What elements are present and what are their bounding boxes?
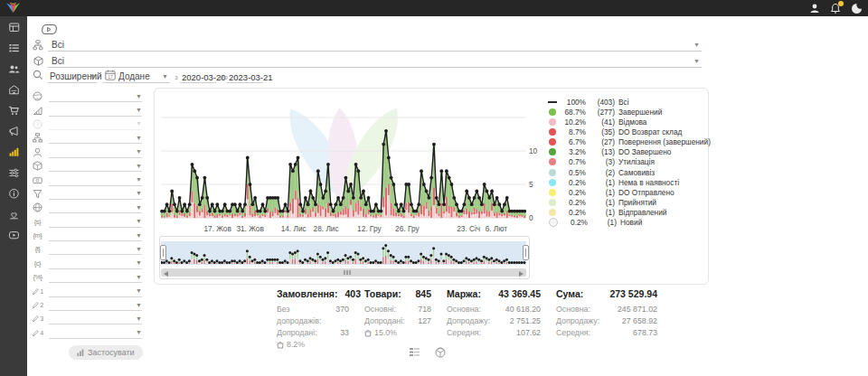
scroll-right-arrow[interactable] xyxy=(519,271,524,277)
filter-dropdown[interactable]: ▼ xyxy=(49,286,142,297)
legend-item[interactable]: 8.7%(35)DO Возврат склад xyxy=(549,127,704,136)
y-tick-label: 5 xyxy=(529,180,545,189)
filter-row-10[interactable]: {s}▼ xyxy=(27,215,145,229)
filter-row-3[interactable]: ?▼ xyxy=(27,118,145,131)
legend-item[interactable]: 0.2%(1)Новий xyxy=(549,218,704,228)
legend-item[interactable]: 68.7%(277)Завершений xyxy=(549,107,704,117)
filter-row-12[interactable]: {t}▼ xyxy=(27,242,145,256)
legend-item[interactable]: 0.2%(1)DO Отправлено xyxy=(549,187,704,197)
filter-dropdown[interactable]: ▼ xyxy=(49,160,142,172)
filter-dropdown[interactable]: ▼ xyxy=(49,243,142,255)
x-tick-label: 31. Жов xyxy=(236,224,263,233)
product-box-icon xyxy=(33,161,42,171)
overview-scrollbar[interactable] xyxy=(161,268,526,277)
filter-row-5[interactable]: ▼ xyxy=(27,146,145,159)
video-filter-icon[interactable] xyxy=(40,23,58,36)
sidebar-item-marketing-megaphone[interactable] xyxy=(0,120,27,141)
legend-count: (41) xyxy=(586,118,615,127)
filter-dropdown[interactable]: ▼ xyxy=(49,90,142,102)
bag-icon xyxy=(277,341,284,349)
summary-detail-row: Без допродажів:370 xyxy=(277,304,349,327)
filter-row-1[interactable]: ▼ xyxy=(27,89,145,103)
sidebar-item-store[interactable] xyxy=(0,79,27,99)
filter-dropdown[interactable]: ▼ xyxy=(49,299,142,311)
upsell-share-value: 8.2% xyxy=(287,339,305,351)
sidebar-item-customers[interactable] xyxy=(0,58,27,79)
filter-row-8[interactable]: ▼ xyxy=(27,187,145,201)
table-view-icon[interactable] xyxy=(409,347,420,357)
legend-item[interactable]: 10.2%(41)Відмова xyxy=(549,117,704,127)
filter-dropdown[interactable]: ▼ xyxy=(49,118,142,130)
scrollbar-grip[interactable] xyxy=(344,270,351,275)
filter-dropdown[interactable]: ▼ xyxy=(49,327,142,339)
filter-row-16[interactable]: 2▼ xyxy=(27,298,145,312)
x-tick-label: 12. Гру xyxy=(357,224,382,233)
sidebar-item-statistics-bars[interactable] xyxy=(0,141,27,162)
legend-percent: 10.2% xyxy=(556,118,586,127)
legend-item[interactable]: 6.7%(27)Повернення (завершений) xyxy=(549,137,704,147)
filter-row-4[interactable]: ▼ xyxy=(27,131,145,145)
legend-item[interactable]: 3.2%(13)DO Завершено xyxy=(549,147,704,157)
filter-dropdown[interactable]: ▼ xyxy=(49,174,142,186)
filter-row-11[interactable]: {m}▼ xyxy=(27,229,145,242)
filter-row-14[interactable]: {%}▼ xyxy=(27,270,145,284)
filter-row-6[interactable]: ▼ xyxy=(27,159,145,173)
filter-row-18[interactable]: 4▼ xyxy=(27,326,145,340)
filter-dropdown[interactable]: ▼ xyxy=(49,230,142,241)
filter-dropdown[interactable]: ▼ xyxy=(49,271,142,283)
legend-item[interactable]: 0.2%(1)Прийнятий xyxy=(549,197,704,207)
funnel-icon xyxy=(33,189,42,199)
sidebar-item-dashboard[interactable] xyxy=(0,16,27,37)
chevron-down-icon[interactable]: ▼ xyxy=(693,42,700,48)
sidebar-item-info[interactable] xyxy=(0,183,27,203)
search-mode-field[interactable] xyxy=(48,70,97,83)
legend-item[interactable]: 0.2%(1)Відправлений xyxy=(549,208,704,218)
filter-dropdown[interactable]: ▼ xyxy=(49,313,142,324)
chevron-down-icon: ▼ xyxy=(136,163,142,169)
filter-dropdown[interactable]: ▼ xyxy=(49,202,142,213)
sidebar-item-orders-list[interactable] xyxy=(0,37,27,58)
filter-row-17[interactable]: 3▼ xyxy=(27,312,145,325)
brush-handle-right[interactable] xyxy=(523,245,529,260)
orders-timeseries-chart[interactable] xyxy=(159,91,528,225)
filter-dropdown[interactable]: ▼ xyxy=(49,188,142,200)
sidebar-item-loyalty-heart[interactable] xyxy=(0,203,27,224)
filter-dropdown[interactable]: ▼ xyxy=(49,132,142,144)
filter-row-15[interactable]: 1▼ xyxy=(27,284,145,297)
filter-row-2[interactable]: ▼ xyxy=(27,103,145,117)
legend-item[interactable]: 100%(403)Всі xyxy=(549,97,704,107)
filter-row-13[interactable]: {c}▼ xyxy=(27,257,145,270)
filter-dropdown[interactable]: ▼ xyxy=(49,146,142,158)
filter-row-9[interactable]: ▼ xyxy=(27,201,145,214)
sidebar-item-sliders[interactable] xyxy=(0,162,27,183)
date-field-box[interactable] xyxy=(103,70,170,83)
summary-detail-label: Основна: xyxy=(556,304,590,315)
legend-percent: 0.5% xyxy=(556,168,586,177)
product-view-icon[interactable] xyxy=(435,347,446,358)
sidebar-item-cart[interactable] xyxy=(0,99,27,120)
filter-dropdown[interactable]: ▼ xyxy=(49,258,142,269)
legend-item[interactable]: 0.5%(2)Самовивіз xyxy=(549,167,704,177)
apply-button[interactable]: Застосувати xyxy=(69,345,143,360)
moon-icon[interactable] xyxy=(850,2,863,14)
legend-item[interactable]: 0.7%(3)Утилізація xyxy=(549,157,704,167)
legend-item[interactable]: 0.2%(1)Нема в наявності xyxy=(549,177,704,187)
legend-dot-swatch xyxy=(549,169,556,176)
search-icon[interactable] xyxy=(33,70,43,80)
user-icon[interactable] xyxy=(808,2,821,14)
scroll-left-arrow[interactable] xyxy=(164,271,168,277)
product-filter-field[interactable] xyxy=(48,55,702,68)
filter-dropdown[interactable]: ▼ xyxy=(49,216,142,228)
sidebar-item-video-tutorials[interactable] xyxy=(0,224,27,245)
statistics-bars-icon xyxy=(8,146,20,157)
brush-handle-left[interactable] xyxy=(160,245,166,260)
overview-mini-chart[interactable] xyxy=(161,241,526,265)
legend-dot-swatch xyxy=(549,128,556,136)
bell-icon[interactable] xyxy=(829,2,842,14)
category-filter-field[interactable] xyxy=(48,39,702,52)
filter-row-7[interactable]: ▼ xyxy=(27,173,145,186)
chevron-down-icon[interactable]: ▼ xyxy=(693,58,700,64)
filter-dropdown[interactable]: ▼ xyxy=(49,105,142,117)
legend-percent: 0.2% xyxy=(556,188,586,197)
summary-detail-label: Середня: xyxy=(556,327,590,339)
